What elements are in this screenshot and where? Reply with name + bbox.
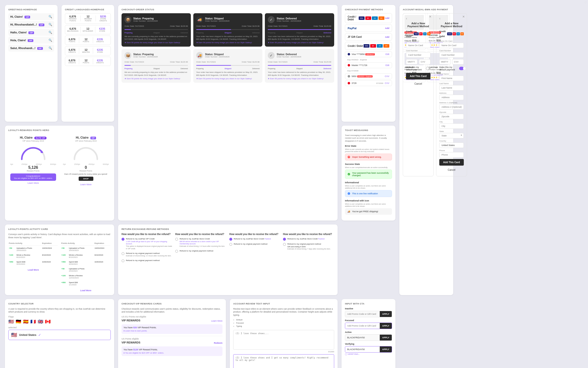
- greeting-item-2[interactable]: Hi, Rhoshandiatell...! VIP 🔍: [8, 21, 54, 28]
- search-icon-4[interactable]: 🔍: [49, 39, 52, 42]
- flag-ca[interactable]: 🇨🇦: [45, 319, 50, 324]
- load-more-1[interactable]: Load More: [8, 269, 58, 271]
- flag-es[interactable]: 🇪🇸: [23, 319, 28, 324]
- flag-de[interactable]: 🇩🇪: [16, 319, 21, 324]
- add-paypal-link[interactable]: Add: [385, 27, 390, 29]
- promo-input-focused[interactable]: [345, 323, 380, 329]
- search-icon-3[interactable]: 🔍: [49, 31, 52, 34]
- search-icon-2[interactable]: 🔍: [49, 23, 52, 26]
- add-card-button-1[interactable]: Add This Card: [406, 73, 430, 79]
- greeting-item-1[interactable]: Hi, Claire! VIP 🔍: [8, 13, 54, 20]
- name-on-card-input-1[interactable]: [406, 43, 430, 48]
- redeem-link[interactable]: Redeem: [214, 342, 222, 344]
- modal-1-tab[interactable]: Credit / Debit: [406, 30, 412, 38]
- promo-input-verifying[interactable]: [345, 346, 380, 352]
- add-card-button-2[interactable]: Add This Card: [439, 159, 464, 166]
- modal-2-back-arrow[interactable]: ‹: [439, 16, 441, 20]
- toast-info-section: Informational When a user completes an a…: [345, 181, 392, 197]
- modal-1-close[interactable]: ✕: [429, 15, 431, 18]
- payment-credit-debit-2[interactable]: Credit / Debit VISA MC AX DS: [345, 42, 392, 50]
- toggle-1[interactable]: [426, 67, 430, 70]
- elite-badge: ELITE VIP: [34, 137, 47, 139]
- mmyy-input-2[interactable]: [439, 59, 451, 65]
- country-input[interactable]: [439, 143, 464, 148]
- cancel-button-2[interactable]: Cancel: [439, 167, 464, 173]
- toggle-2[interactable]: [459, 67, 464, 70]
- delivered-icon: ✓: [268, 16, 275, 23]
- radio-store-credit-1: Refund to my JustFab Store Credit $59.95…: [175, 237, 226, 248]
- checkout-status-section: CHECKOUT-ORDER STATUS 📦 Status: Preparin…: [118, 5, 338, 221]
- review-textarea-default[interactable]: [233, 330, 334, 350]
- edit-mc-link[interactable]: Edit: [385, 64, 389, 66]
- edit-visa-link[interactable]: Edit: [385, 53, 389, 55]
- greeting-item-4[interactable]: Hola, Claire! VIP 🔍: [8, 37, 54, 44]
- search-icon-5[interactable]: 🔍: [49, 46, 52, 50]
- last-name-input[interactable]: [439, 85, 464, 91]
- return-cols: How would you like to receive the refund…: [122, 233, 334, 264]
- name-on-card-input-2[interactable]: [439, 43, 464, 48]
- vip-badge-1: VIP: [24, 16, 30, 18]
- address2-input[interactable]: [439, 104, 464, 110]
- learn-more-2[interactable]: Learn More: [63, 183, 109, 186]
- cvv-5850-link[interactable]: CVV: [385, 75, 389, 78]
- card-number-input-2[interactable]: [439, 52, 464, 58]
- activity-row-9: +950 Spent $381/1/2023: [61, 280, 110, 287]
- toast-description: Toast messaging is used when high attent…: [345, 134, 392, 142]
- modal-2-close[interactable]: ✕: [462, 15, 465, 18]
- vip-badge-3: VIP: [28, 31, 34, 34]
- activity-row-6: +950 Spent $383/29/2023 3/29/2024: [61, 260, 110, 266]
- loyalty-hero-section: LOYALTY-REWARDS POINTS HERO Hi, Claire E…: [5, 126, 114, 221]
- cvv-input-2[interactable]: [452, 59, 464, 65]
- selected-country-name: United States: [19, 333, 36, 336]
- radio-store-fastest-2: Refund to my JustFab Store Credit Fastes…: [283, 237, 334, 241]
- flag-us[interactable]: 🇺🇸: [8, 319, 14, 324]
- modal-1-back-arrow[interactable]: ‹: [406, 16, 407, 20]
- apply-btn-active[interactable]: APPLY: [380, 335, 392, 341]
- vip-section-eu: US EU Points not eligible VIP REWARDS Le…: [122, 315, 222, 334]
- cvv-input-1[interactable]: [419, 59, 430, 65]
- promo-input-inactive[interactable]: [345, 311, 380, 317]
- vip-rewards-section: CHECKOUT-VIP REWARDS CARDS Checkout rewa…: [118, 299, 226, 368]
- earn-points-link-eu[interactable]: ● Learn how to earn points.: [123, 330, 220, 332]
- apply-btn-focused[interactable]: APPLY: [380, 323, 392, 329]
- modal-2-tab[interactable]: Credit / Debit: [439, 30, 446, 38]
- review-textarea-typing[interactable]: [233, 354, 334, 368]
- payment-paypal[interactable]: PayPal Add: [345, 25, 392, 32]
- disc-icon: DS: [379, 16, 384, 20]
- learn-more-eu[interactable]: Learn More: [211, 320, 222, 322]
- search-icon-1[interactable]: 🔍: [49, 15, 52, 18]
- payment-credit-debit[interactable]: Credit / Debit VISA MC AX DS Add: [345, 13, 392, 23]
- greetings-title: GREETINGS-HOMEPAGE: [8, 8, 54, 11]
- greeting-item-5[interactable]: Salut, Rhoshandi...! VIP 🔍: [8, 45, 54, 52]
- radio-store-fastest: Refund to my JustFab Store Credit Fastes…: [229, 237, 281, 241]
- cancel-button-1[interactable]: Cancel: [406, 80, 430, 87]
- learn-more-1[interactable]: Learn More: [10, 182, 56, 184]
- success-icon: ✓: [348, 173, 350, 175]
- load-more-2[interactable]: Load More: [61, 289, 111, 292]
- heart-icon-wide[interactable]: ♡: [584, 1, 587, 4]
- payment-gift-card[interactable]: JF Gift Card Add: [345, 33, 392, 40]
- greeting-item-3[interactable]: Hallo, Claire! VIP 🔍: [8, 29, 54, 36]
- amex-icon-2: AX: [377, 44, 383, 48]
- cvv-3728-link[interactable]: CVV: [385, 82, 389, 84]
- apply-btn-verifying[interactable]: APPLY: [380, 346, 392, 352]
- flags-row: 🇺🇸 🇩🇪 🇪🇸 🇫🇷 🇬🇧 🇨🇦: [8, 319, 111, 324]
- selected-country-row[interactable]: 🇺🇸 United States ✓: [8, 330, 111, 340]
- shop-button[interactable]: SHOP: [79, 177, 93, 181]
- flag-fr[interactable]: 🇫🇷: [30, 319, 36, 324]
- promo-input-active[interactable]: [345, 335, 380, 341]
- apply-btn-inactive[interactable]: APPLY: [380, 311, 392, 317]
- first-name-input[interactable]: [439, 76, 464, 81]
- add-gift-link[interactable]: Add: [385, 36, 390, 38]
- address-input[interactable]: [439, 95, 464, 100]
- add-payment-title: ACCOUNT-MODAL-BMN ADD PAYMENT: [403, 8, 450, 11]
- mmyy-input-1[interactable]: [406, 59, 417, 65]
- city-input[interactable]: [439, 123, 464, 129]
- zipcode-input[interactable]: [439, 114, 464, 119]
- flag-gb[interactable]: 🇬🇧: [38, 319, 43, 324]
- add-credit-link[interactable]: Add: [385, 17, 390, 19]
- card-number-input-1[interactable]: [406, 52, 430, 58]
- phone-input[interactable]: [439, 152, 464, 158]
- earn-points-link-us[interactable]: ● You are eligible for $15 OFF on $50+ o…: [123, 352, 220, 354]
- state-input[interactable]: [439, 133, 464, 138]
